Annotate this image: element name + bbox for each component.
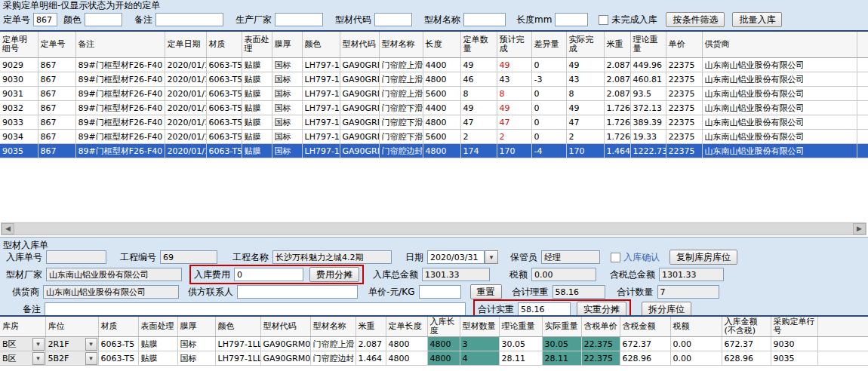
cell[interactable]: 2020/01/13 [165,144,206,158]
cell[interactable]: 867 [38,144,75,158]
cell[interactable]: 4800 [423,72,460,87]
cell[interactable]: 22.375 [581,337,620,351]
cell[interactable]: 628.96 [620,351,670,366]
cell[interactable]: 门帘腔上滑 [379,72,423,87]
cell[interactable]: 5600 [423,130,460,144]
cell[interactable]: 47 [566,115,604,130]
cell[interactable]: 6063-T5 [206,115,242,130]
cell[interactable]: 2 [566,130,604,144]
keeper-input[interactable] [541,250,600,264]
cell[interactable]: 贴膜 [138,351,177,366]
reset-button[interactable]: 重置 [470,284,502,299]
weight-share-button[interactable]: 实重分摊 [577,302,626,317]
total-amount-input[interactable] [422,268,490,281]
cell[interactable]: 867 [38,87,75,101]
cell[interactable]: 门帘腔上滑 [310,337,356,351]
cell[interactable]: 山东南山铝业股份有限公司 [702,115,857,130]
cell[interactable]: 山东南山铝业股份有限公司 [702,101,857,115]
table-row[interactable]: 903586789#门框型材F26-F40（866+867）2020/01/13… [0,144,868,158]
cell[interactable]: 0 [531,58,566,72]
cell[interactable]: 国标 [272,144,302,158]
cell[interactable]: 49 [497,58,531,72]
cell[interactable]: 22375 [666,87,702,101]
dropdown-arrow-icon[interactable]: ▾ [85,352,97,365]
cell[interactable]: 93.5 [630,87,666,101]
cell[interactable]: 1.726 [604,101,630,115]
cell[interactable]: 9030 [771,337,817,351]
cell[interactable]: 2020/01/13 [165,58,206,72]
total-qty-input[interactable] [657,285,719,299]
cell[interactable]: 门帘腔下滑 [379,101,423,115]
table-row[interactable]: 903086789#门框型材F26-F40（866+867）2020/01/13… [0,72,868,87]
cell[interactable]: 山东南山铝业股份有限公司 [702,87,857,101]
table-row[interactable]: 902986789#门框型材F26-F40（866+867）2020/01/13… [0,58,868,72]
cell[interactable]: 9034 [0,130,38,144]
cell[interactable]: 0 [531,130,566,144]
cell[interactable]: 4800 [427,351,460,366]
cell[interactable]: 460.81 [630,72,666,87]
cell[interactable]: 贴膜 [242,87,272,101]
unit-price-input[interactable] [419,285,461,299]
cell[interactable]: 2020/01/13 [165,130,206,144]
cell[interactable]: 89#门框型材F26-F40（866+867） [75,144,165,158]
copy-warehouse-location-button[interactable]: 复制库房库位 [669,250,737,265]
cell[interactable]: 4800 [386,351,427,366]
cell[interactable]: 47 [460,115,497,130]
cell[interactable]: 6063-T5 [206,101,242,115]
cell[interactable]: GA90GRM05 [260,351,310,366]
project-name-input[interactable] [272,250,392,264]
cell[interactable]: LH797-1LL0 [215,351,260,366]
cell[interactable]: 4400 [423,58,460,72]
batch-inbound-button[interactable]: 批量入库 [732,12,782,27]
cell[interactable]: 山东南山铝业股份有限公司 [702,72,857,87]
cell[interactable]: 国标 [177,337,215,351]
cell[interactable]: 47 [497,115,531,130]
remark-input[interactable] [155,13,223,26]
cell[interactable]: 22375 [666,101,702,115]
cell[interactable]: 4800 [423,115,460,130]
calendar-dropdown-icon[interactable]: ▾ [485,250,498,264]
scroll-right-icon[interactable]: ▶ [853,223,866,235]
cell[interactable]: 9032 [0,101,38,115]
cell[interactable]: LH797-1LL0 [302,115,340,130]
cell[interactable]: LH797-1LL0 [302,101,340,115]
profile-name-input[interactable] [463,13,506,26]
cell[interactable]: 6063-T5 [206,58,242,72]
cell[interactable]: GA90GRM03 [340,87,379,101]
cell[interactable]: 22375 [666,72,702,87]
cell[interactable]: 贴膜 [242,115,272,130]
cell[interactable]: 9030 [0,72,38,87]
cell[interactable]: 0 [531,87,566,101]
cell[interactable]: GA90GRM04 [340,130,379,144]
cell[interactable]: 山东南山铝业股份有限公司 [702,58,857,72]
dropdown-arrow-icon[interactable]: ▾ [85,338,97,351]
cell[interactable] [857,58,868,72]
cell[interactable]: GA90GRM04 [340,101,379,115]
cell[interactable]: GA90GRM03 [340,58,379,72]
cell[interactable]: 89#门框型材F26-F40（866+867） [75,101,165,115]
cell[interactable]: 22375 [666,144,702,158]
cell[interactable]: LH797-1LL0 [302,58,340,72]
cell[interactable]: GA90GRM05 [340,144,379,158]
cell[interactable]: 2.087 [356,337,386,351]
cell[interactable]: 6063-T5 [98,351,138,366]
cell[interactable] [857,101,868,115]
cell[interactable]: 4400 [423,101,460,115]
cell[interactable]: B区▾ [0,351,45,366]
color-input[interactable] [85,13,122,26]
cell[interactable]: 国标 [272,130,302,144]
cell[interactable]: 5600 [423,87,460,101]
cell[interactable]: 389.39 [630,115,666,130]
cell[interactable]: 2 [497,130,531,144]
cell[interactable]: 6063-T5 [206,87,242,101]
cell[interactable]: 4 [460,351,499,366]
cell[interactable]: 山东南山铝业股份有限公司 [702,144,857,158]
cell[interactable]: 国标 [272,87,302,101]
cell[interactable]: LH797-1LL0 [302,87,340,101]
cell[interactable]: 4800 [423,144,460,158]
cell[interactable]: 6063-T5 [206,144,242,158]
filter-by-condition-button[interactable]: 按条件筛选 [666,12,725,27]
order-no-input[interactable] [33,13,57,26]
cell[interactable]: 6063-T5 [206,130,242,144]
cell[interactable]: 8 [460,87,497,101]
